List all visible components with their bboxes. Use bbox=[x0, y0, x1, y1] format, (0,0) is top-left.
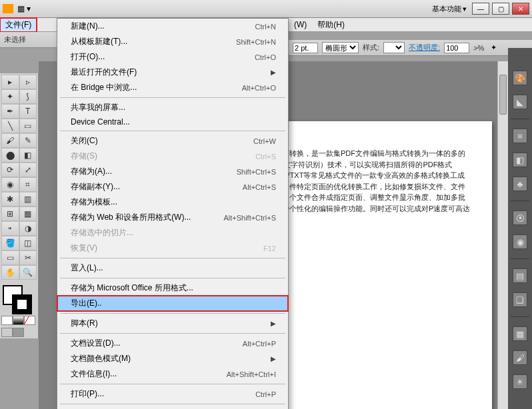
menu-new-from-template[interactable]: 从模板新建(T)...Shift+Ctrl+N bbox=[57, 34, 288, 49]
style-select[interactable] bbox=[383, 42, 405, 53]
magic-wand-tool[interactable]: ✦ bbox=[1, 89, 19, 104]
graphic-styles-panel-icon[interactable]: ◉ bbox=[513, 234, 527, 249]
graph-tool[interactable]: ▥ bbox=[19, 192, 37, 206]
menu-open-recent[interactable]: 最近打开的文件(F)▶ bbox=[57, 65, 288, 80]
menu-export[interactable]: 导出(E).. bbox=[57, 296, 288, 311]
artboard-tool[interactable]: ▭ bbox=[1, 250, 19, 265]
appearance-panel-icon[interactable]: ⦿ bbox=[513, 210, 527, 225]
vertical-scrollbar[interactable] bbox=[497, 61, 508, 409]
menu-exit[interactable]: 退出(X)Ctrl+Q bbox=[57, 406, 288, 409]
menu-document-color-mode[interactable]: 文档颜色模式(M)▶ bbox=[57, 351, 288, 366]
titlebar-left: ▦ ▾ bbox=[3, 4, 31, 13]
scale-tool[interactable]: ⤢ bbox=[19, 163, 37, 177]
stroke-weight-input[interactable] bbox=[293, 43, 318, 53]
direct-selection-tool[interactable]: ▹ bbox=[19, 75, 37, 89]
maximize-button[interactable]: ▢ bbox=[492, 3, 509, 15]
blend-tool[interactable]: ◑ bbox=[19, 221, 37, 236]
lasso-tool[interactable]: ⟆ bbox=[19, 89, 37, 104]
color-mode-none[interactable]: ⁄ bbox=[24, 316, 35, 325]
menu-save-as[interactable]: 存储为(A)...Shift+Ctrl+S bbox=[57, 164, 288, 179]
stroke-panel-icon[interactable]: ≡ bbox=[513, 129, 527, 143]
menu-save-template[interactable]: 存储为模板... bbox=[57, 195, 288, 210]
opacity-input[interactable] bbox=[444, 43, 469, 53]
brush-shape-select[interactable]: 椭圆形 bbox=[322, 42, 359, 53]
workspace-switcher[interactable]: 基本功能 ▾ bbox=[429, 3, 469, 15]
layout-switch-icon[interactable]: ▦ ▾ bbox=[17, 4, 31, 13]
menu-save-copy[interactable]: 存储副本(Y)...Alt+Ctrl+S bbox=[57, 179, 288, 195]
opacity-label[interactable]: 不透明度: bbox=[409, 43, 440, 53]
menu-separator bbox=[60, 258, 285, 258]
paintbrush-tool[interactable]: 🖌 bbox=[1, 133, 19, 148]
artboards-panel-icon[interactable]: ❏ bbox=[513, 292, 527, 307]
style-label: 样式: bbox=[363, 43, 379, 53]
free-transform-tool[interactable]: ⌗ bbox=[19, 177, 37, 192]
fill-stroke-swatch[interactable] bbox=[1, 284, 36, 313]
menu-file[interactable]: 文件(F) bbox=[0, 18, 37, 32]
menu-scripts[interactable]: 脚本(R)▶ bbox=[57, 316, 288, 331]
scrollbar-thumb[interactable] bbox=[499, 75, 507, 115]
color-mode-gradient[interactable] bbox=[13, 316, 24, 325]
menu-revert: 恢复(V)F12 bbox=[57, 240, 288, 256]
menu-browse-bridge[interactable]: 在 Bridge 中浏览...Alt+Ctrl+O bbox=[57, 80, 288, 95]
menu-separator bbox=[60, 278, 285, 278]
blob-brush-tool[interactable]: ⬤ bbox=[1, 148, 19, 163]
transparency-panel-icon[interactable]: ♣ bbox=[513, 177, 527, 191]
menu-window[interactable]: (W) bbox=[289, 19, 312, 31]
stroke-swatch[interactable] bbox=[12, 294, 32, 314]
pen-tool[interactable]: ✒ bbox=[1, 104, 19, 119]
menu-new[interactable]: 新建(N)...Ctrl+N bbox=[57, 19, 288, 34]
screen-mode-row bbox=[1, 328, 37, 337]
line-tool[interactable]: ╲ bbox=[1, 119, 19, 133]
live-paint-selection-tool[interactable]: ◫ bbox=[19, 236, 37, 250]
symbols-panel-icon[interactable]: ☀ bbox=[513, 374, 527, 389]
type-tool[interactable]: T bbox=[19, 104, 37, 119]
swatches-panel-icon[interactable]: ▦ bbox=[513, 326, 527, 341]
color-guide-panel-icon[interactable]: ◣ bbox=[513, 95, 527, 109]
menu-save: 存储(S)Ctrl+S bbox=[57, 149, 288, 164]
menu-device-central[interactable]: Device Central... bbox=[57, 115, 288, 129]
menu-print[interactable]: 打印(P)...Ctrl+P bbox=[57, 386, 288, 402]
live-paint-tool[interactable]: 🪣 bbox=[1, 236, 19, 250]
menu-open[interactable]: 打开(O)...Ctrl+O bbox=[57, 49, 288, 65]
menu-save-for-ms-office[interactable]: 存储为 Microsoft Office 所用格式... bbox=[57, 280, 288, 296]
menu-separator bbox=[60, 131, 285, 131]
gradient-panel-icon[interactable]: ◧ bbox=[513, 153, 527, 167]
menu-close[interactable]: 关闭(C)Ctrl+W bbox=[57, 133, 288, 149]
color-panel-icon[interactable]: 🎨 bbox=[513, 71, 527, 85]
menu-separator bbox=[60, 333, 285, 334]
mesh-tool[interactable]: ⊞ bbox=[1, 206, 19, 221]
options-bar-right: 椭圆形 样式: 不透明度: >% ✦ bbox=[289, 40, 532, 56]
menu-file-info[interactable]: 文件信息(I)...Alt+Shift+Ctrl+I bbox=[57, 366, 288, 382]
screen-mode-normal[interactable] bbox=[1, 328, 13, 337]
toolbox: ▸▹ ✦⟆ ✒T ╲▭ 🖌✎ ⬤◧ ⟳⤢ ◉⌗ ✱▥ ⊞▦ ⁍◑ 🪣◫ ▭✂ ✋… bbox=[0, 73, 39, 338]
rectangle-tool[interactable]: ▭ bbox=[19, 119, 37, 133]
brushes-panel-icon[interactable]: 🖌 bbox=[513, 350, 527, 365]
screen-mode-full[interactable] bbox=[13, 328, 24, 337]
minimize-button[interactable]: — bbox=[472, 3, 489, 15]
menu-share-screen[interactable]: 共享我的屏幕... bbox=[57, 100, 288, 115]
menu-separator bbox=[60, 313, 285, 314]
eraser-tool[interactable]: ◧ bbox=[19, 148, 37, 163]
slice-tool[interactable]: ✂ bbox=[19, 250, 37, 265]
symbol-sprayer-tool[interactable]: ✱ bbox=[1, 192, 19, 206]
layers-panel-icon[interactable]: ▤ bbox=[513, 268, 527, 283]
rotate-tool[interactable]: ⟳ bbox=[1, 163, 19, 177]
options-bar-left: 未选择 bbox=[0, 32, 57, 48]
selection-tool[interactable]: ▸ bbox=[1, 75, 19, 89]
menu-save-for-web[interactable]: 存储为 Web 和设备所用格式(W)...Alt+Shift+Ctrl+S bbox=[57, 210, 288, 225]
options-flyout-icon[interactable]: ✦ bbox=[491, 43, 497, 52]
close-button[interactable]: ✕ bbox=[512, 3, 529, 15]
warp-tool[interactable]: ◉ bbox=[1, 177, 19, 192]
menu-place[interactable]: 置入(L)... bbox=[57, 260, 288, 276]
menu-document-setup[interactable]: 文档设置(D)...Alt+Ctrl+P bbox=[57, 336, 288, 351]
pencil-tool[interactable]: ✎ bbox=[19, 133, 37, 148]
color-mode-color[interactable] bbox=[1, 316, 13, 325]
menu-help[interactable]: 帮助(H) bbox=[312, 18, 350, 32]
opacity-pct-label: >% bbox=[473, 44, 484, 52]
eyedropper-tool[interactable]: ⁍ bbox=[1, 221, 19, 236]
zoom-tool[interactable]: 🔍 bbox=[19, 265, 37, 280]
menu-bar-stub: (W) 帮助(H) bbox=[289, 18, 532, 32]
hand-tool[interactable]: ✋ bbox=[1, 265, 19, 280]
gradient-tool[interactable]: ▦ bbox=[19, 206, 37, 221]
menu-separator bbox=[60, 404, 285, 404]
